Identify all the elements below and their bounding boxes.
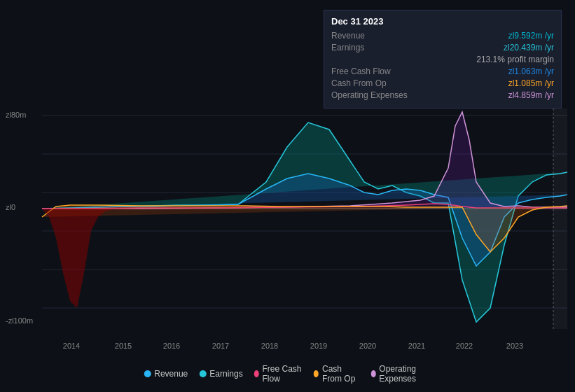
y-label-top: zl80m: [6, 111, 26, 119]
x-label-2020: 2020: [359, 342, 376, 350]
legend-label-opex: Operating Expenses: [379, 364, 431, 384]
legend-item-opex[interactable]: Operating Expenses: [370, 364, 431, 384]
legend-dot-earnings: [199, 370, 206, 377]
x-label-2015: 2015: [115, 342, 132, 350]
legend-dot-cfo: [314, 370, 319, 377]
x-label-2017: 2017: [212, 342, 229, 350]
x-label-2016: 2016: [163, 342, 180, 350]
x-label-2018: 2018: [261, 342, 278, 350]
tooltip-value-profit-margin: 213.1% profit margin: [476, 55, 554, 64]
legend-label-fcf: Free Cash Flow: [262, 364, 303, 384]
tooltip-row-revenue: Revenue zl9.592m /yr: [331, 31, 554, 41]
tooltip-row-earnings: Earnings zl20.439m /yr: [331, 43, 554, 52]
legend-label-revenue: Revenue: [154, 369, 188, 379]
tooltip-label-fcf: Free Cash Flow: [331, 66, 415, 76]
legend-label-earnings: Earnings: [209, 369, 242, 379]
tooltip-value-earnings: zl20.439m /yr: [504, 43, 554, 52]
legend: Revenue Earnings Free Cash Flow Cash Fro…: [144, 364, 431, 384]
tooltip-row-profit-margin: 213.1% profit margin: [331, 55, 554, 64]
tooltip-value-opex: zl4.859m /yr: [508, 90, 554, 100]
x-label-2022: 2022: [456, 342, 473, 350]
tooltip-title: Dec 31 2023: [331, 16, 554, 27]
legend-label-cfo: Cash From Op: [322, 364, 360, 384]
tooltip-row-cfo: Cash From Op zl1.085m /yr: [331, 78, 554, 88]
x-label-2014: 2014: [63, 342, 80, 350]
tooltip-value-revenue: zl9.592m /yr: [508, 31, 554, 41]
x-label-2023: 2023: [506, 342, 523, 350]
legend-dot-opex: [370, 370, 375, 377]
legend-dot-fcf: [254, 370, 259, 377]
tooltip-row-fcf: Free Cash Flow zl1.063m /yr: [331, 66, 554, 76]
tooltip-value-fcf: zl1.063m /yr: [508, 66, 554, 76]
legend-item-fcf[interactable]: Free Cash Flow: [254, 364, 303, 384]
y-label-bottom: -zl100m: [6, 316, 33, 325]
legend-dot-revenue: [144, 370, 151, 377]
tooltip-label-cfo: Cash From Op: [331, 78, 415, 88]
legend-item-earnings[interactable]: Earnings: [199, 369, 242, 379]
y-label-mid: zl0: [6, 203, 15, 211]
chart-container: zl80m zl0 -zl100m 2014 2015 2016 2017 20…: [0, 0, 575, 392]
legend-item-revenue[interactable]: Revenue: [144, 369, 188, 379]
tooltip-label-opex: Operating Expenses: [331, 90, 415, 100]
tooltip-label-revenue: Revenue: [331, 31, 415, 41]
tooltip-box: Dec 31 2023 Revenue zl9.592m /yr Earning…: [324, 10, 562, 108]
svg-rect-9: [553, 108, 567, 329]
x-label-2021: 2021: [408, 342, 425, 350]
tooltip-row-opex: Operating Expenses zl4.859m /yr: [331, 90, 554, 100]
tooltip-label-earnings: Earnings: [331, 43, 415, 52]
tooltip-value-cfo: zl1.085m /yr: [508, 78, 554, 88]
legend-item-cfo[interactable]: Cash From Op: [314, 364, 359, 384]
x-label-2019: 2019: [310, 342, 327, 350]
